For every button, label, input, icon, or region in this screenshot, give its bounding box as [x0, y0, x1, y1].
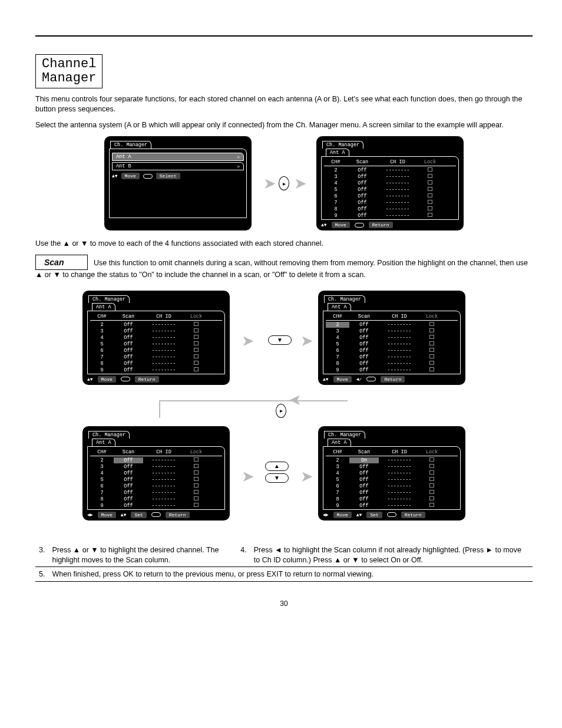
- table-cell-ch: 9: [326, 503, 349, 509]
- table-cell-lock: [418, 206, 442, 212]
- table-cell-lock: [420, 483, 444, 489]
- table-cell-ch: 2: [90, 322, 114, 328]
- tv-screen-step-b: Ch. Manager Ant A CH# Scan CH ID Lock 2O…: [318, 291, 465, 385]
- remote-right-button[interactable]: ▸: [276, 404, 286, 418]
- table-cell-scan: Off: [348, 167, 377, 173]
- hint-move: Move: [121, 173, 140, 179]
- table-cell-chid: --------: [377, 167, 418, 173]
- table-cell-chid: --------: [379, 490, 420, 496]
- tv-tab-ant: Ant A: [326, 149, 349, 156]
- leftright-icon: ◄►: [87, 512, 93, 518]
- menu-item-ant-a[interactable]: Ant A>: [112, 153, 244, 161]
- tv-tab-title: Ch. Manager: [322, 141, 363, 149]
- table-cell-chid: --------: [379, 457, 420, 463]
- table-cell-scan: Off: [349, 367, 379, 373]
- table-cell-scan: Off: [349, 354, 379, 360]
- table-cell-scan: Off: [114, 341, 143, 347]
- table-cell-scan: Off: [349, 348, 379, 354]
- table-cell-chid: --------: [379, 354, 420, 360]
- page-number: 30: [35, 599, 533, 608]
- updown-icon: ▲▼: [87, 377, 93, 382]
- table-cell-ch: 2: [326, 322, 349, 328]
- step-number: 3.: [35, 544, 48, 566]
- page-title: Channel Manager: [35, 54, 103, 88]
- lock-icon: [194, 483, 199, 487]
- table-cell-lock: [420, 348, 444, 354]
- col-chid: CH ID: [377, 159, 418, 165]
- lock-icon: [194, 477, 199, 481]
- tv-screen-step-d: Ch. Manager Ant A CH# Scan CH ID Lock 2O…: [318, 426, 465, 521]
- table-cell-lock: [420, 354, 444, 360]
- scan-section-label: Scan: [35, 255, 88, 270]
- table-cell-lock: [420, 503, 444, 509]
- table-cell-scan: On: [349, 457, 379, 463]
- step-text: Press ◄ to highlight the Scan column if …: [250, 544, 533, 566]
- table-cell-ch: 4: [326, 470, 349, 476]
- table-cell-lock: [184, 354, 208, 360]
- table-cell-chid: --------: [143, 496, 184, 502]
- table-cell-ch: 3: [326, 328, 349, 334]
- screens-row-1: Ch. Manager Ant A> Ant B> ▲▼ Move Select…: [35, 136, 533, 230]
- table-cell-chid: --------: [377, 187, 418, 193]
- lock-icon: [194, 348, 199, 352]
- table-cell-lock: [418, 167, 442, 173]
- flow-arrow: ➤ ▸ ➤: [263, 174, 305, 193]
- table-cell-ch: 2: [90, 457, 114, 463]
- table-cell-lock: [418, 187, 442, 193]
- updown-icon: ▲▼: [121, 512, 127, 518]
- table-cell-scan: Off: [349, 328, 379, 334]
- remote-down-button[interactable]: ▼: [265, 473, 289, 483]
- title-line-1: Channel: [42, 57, 96, 71]
- table-cell-scan: Off: [348, 180, 377, 186]
- table-cell-lock: [184, 470, 208, 476]
- table-cell-ch: 2: [326, 457, 349, 463]
- table-cell-chid: --------: [377, 174, 418, 180]
- lock-icon: [194, 457, 199, 462]
- lock-icon: [194, 354, 199, 358]
- table-cell-ch: 3: [90, 328, 114, 334]
- table-cell-ch: 5: [326, 341, 349, 347]
- table-cell-chid: --------: [379, 328, 420, 334]
- table-cell-scan: Off: [348, 193, 377, 199]
- scan-description: Use this function to omit channels durin…: [35, 259, 528, 279]
- table-cell-ch: 6: [326, 348, 349, 354]
- table-cell-ch: 7: [90, 490, 114, 496]
- table-cell-scan: Off: [114, 477, 143, 483]
- table-cell-chid: --------: [143, 354, 184, 360]
- remote-up-button[interactable]: ▲: [265, 462, 289, 471]
- table-cell-lock: [184, 361, 208, 367]
- table-cell-lock: [184, 496, 208, 502]
- lock-icon: [429, 348, 434, 352]
- table-cell-scan: Off: [114, 483, 143, 489]
- lock-icon: [429, 457, 434, 462]
- table-cell-chid: --------: [377, 206, 418, 212]
- table-cell-ch: 7: [326, 490, 349, 496]
- select-antenna-paragraph: Select the antenna system (A or B which …: [35, 120, 533, 130]
- remote-right-button[interactable]: ▸: [279, 176, 289, 190]
- scan-flow-diagram: Ch. Manager Ant A CH# Scan CH ID Lock 2O…: [35, 285, 533, 538]
- table-cell-lock: [184, 341, 208, 347]
- remote-down-button[interactable]: ▼: [268, 335, 292, 345]
- table-cell-scan: Off: [348, 174, 377, 180]
- lock-icon: [194, 335, 199, 339]
- table-cell-chid: --------: [379, 335, 420, 341]
- table-cell-scan: Off: [349, 490, 379, 496]
- menu-item-ant-b[interactable]: Ant B>: [112, 162, 244, 170]
- chevron-right-icon: >: [237, 164, 240, 169]
- lock-icon: [428, 174, 432, 178]
- lock-icon: [428, 180, 432, 185]
- table-cell-ch: 9: [90, 503, 114, 509]
- lock-icon: [428, 167, 432, 172]
- tv-screen-antenna-menu: Ch. Manager Ant A> Ant B> ▲▼ Move Select: [104, 136, 252, 230]
- table-cell-ch: 8: [324, 206, 348, 212]
- lock-icon: [429, 328, 434, 332]
- arrow-right-icon: ➤: [294, 174, 305, 193]
- table-cell-scan: Off: [114, 361, 143, 367]
- table-cell-ch: 6: [90, 348, 114, 354]
- table-cell-chid: --------: [143, 490, 184, 496]
- table-cell-lock: [420, 367, 444, 373]
- table-cell-ch: 5: [324, 187, 348, 193]
- table-cell-lock: [184, 322, 208, 328]
- table-cell-ch: 3: [324, 174, 348, 180]
- lock-icon: [429, 341, 434, 345]
